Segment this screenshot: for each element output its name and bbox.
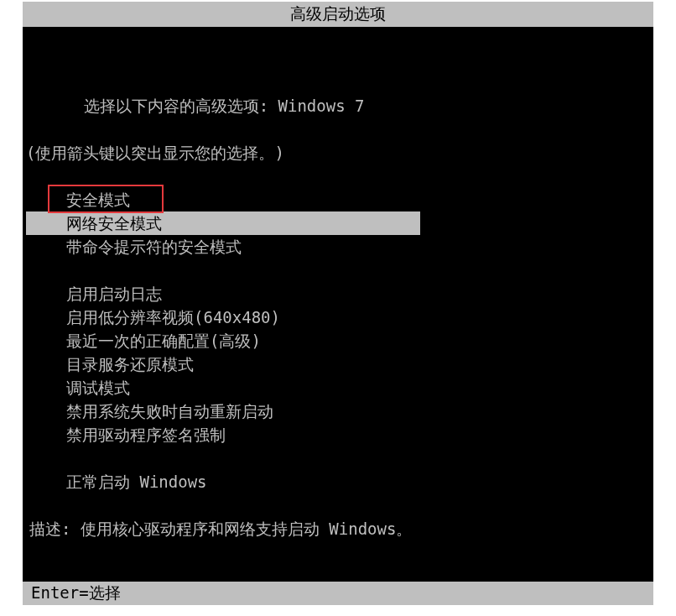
option-label: 调试模式 <box>66 378 130 397</box>
option-label: 最近一次的正确配置(高级) <box>66 331 261 350</box>
description-label: 描述: <box>29 519 70 538</box>
description-line: 描述: 使用核心驱动程序和网络支持启动 Windows。 <box>26 517 647 540</box>
page-title: 高级启动选项 <box>290 4 386 23</box>
option-label: 网络安全模式 <box>66 214 162 232</box>
option-safe-mode-networking[interactable]: 网络安全模式 <box>26 211 647 235</box>
enter-hint: Enter=选择 <box>31 583 121 602</box>
option-debug-mode[interactable]: 调试模式 <box>26 376 647 399</box>
option-disable-driver-sig[interactable]: 禁用驱动程序签名强制 <box>26 423 647 446</box>
intro-line-1: 选择以下内容的高级选项: Windows 7 <box>26 70 647 141</box>
option-last-known-good[interactable]: 最近一次的正确配置(高级) <box>26 329 647 352</box>
option-low-res[interactable]: 启用低分辨率视频(640x480) <box>26 305 647 329</box>
option-safe-mode-cmd[interactable]: 带命令提示符的安全模式 <box>26 235 647 258</box>
intro-line-2: (使用箭头键以突出显示您的选择。) <box>26 141 647 164</box>
option-boot-logging[interactable]: 启用启动日志 <box>26 282 647 305</box>
content-area: 选择以下内容的高级选项: Windows 7 (使用箭头键以突出显示您的选择。)… <box>23 27 653 540</box>
description-text: 使用核心驱动程序和网络支持启动 Windows。 <box>81 519 413 538</box>
options-list[interactable]: 安全模式 网络安全模式 带命令提示符的安全模式 启用启动日志 启用低分辨率视频(… <box>26 188 647 493</box>
option-safe-mode[interactable]: 安全模式 <box>26 188 647 211</box>
option-label: 带命令提示符的安全模式 <box>66 238 242 256</box>
option-label: 目录服务还原模式 <box>66 355 194 373</box>
option-start-normally[interactable]: 正常启动 Windows <box>26 470 647 493</box>
option-label: 正常启动 Windows <box>66 472 207 491</box>
boot-screen: 高级启动选项 选择以下内容的高级选项: Windows 7 (使用箭头键以突出显… <box>23 2 653 605</box>
option-label: 禁用系统失败时自动重新启动 <box>66 402 273 420</box>
option-label: 安全模式 <box>66 191 130 209</box>
option-ds-restore[interactable]: 目录服务还原模式 <box>26 352 647 376</box>
option-label: 禁用驱动程序签名强制 <box>66 425 226 444</box>
option-label: 启用启动日志 <box>66 285 162 303</box>
os-name: Windows 7 <box>278 97 365 115</box>
option-disable-auto-restart[interactable]: 禁用系统失败时自动重新启动 <box>26 399 647 423</box>
intro-prefix: 选择以下内容的高级选项: <box>84 97 268 115</box>
footer-bar: Enter=选择 <box>23 582 653 605</box>
title-bar: 高级启动选项 <box>23 2 653 27</box>
option-label: 启用低分辨率视频(640x480) <box>66 308 280 326</box>
